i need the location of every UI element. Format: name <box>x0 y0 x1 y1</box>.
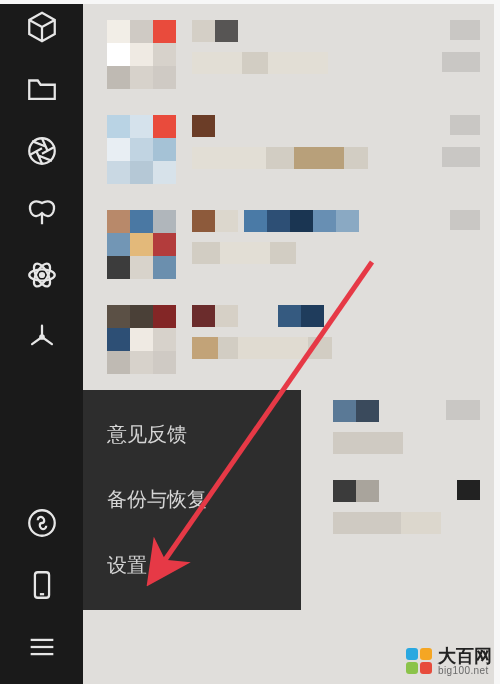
thumbnail-pixelated <box>107 115 176 184</box>
thumbnail-pixelated <box>107 20 176 89</box>
menu-item-feedback[interactable]: 意见反馈 <box>107 413 277 456</box>
watermark: 大百网 big100.net <box>406 647 492 676</box>
text-pixelated <box>192 20 328 74</box>
svg-point-4 <box>40 273 44 277</box>
watermark-logo-icon <box>406 648 432 674</box>
meta-pixelated <box>442 20 480 72</box>
sidebar <box>0 0 83 684</box>
menu-icon[interactable] <box>25 630 59 664</box>
meta-pixelated <box>450 210 480 230</box>
butterfly-icon[interactable] <box>25 196 59 230</box>
svg-point-5 <box>40 335 43 338</box>
sidebar-bottom <box>25 506 59 664</box>
menu-item-backup[interactable]: 备份与恢复 <box>107 478 277 521</box>
list-item[interactable] <box>107 305 480 374</box>
meta-pixelated <box>446 400 480 420</box>
list-item[interactable] <box>107 20 480 89</box>
cube-icon[interactable] <box>25 10 59 44</box>
menu-item-settings[interactable]: 设置 <box>107 544 277 587</box>
thumbnail-pixelated <box>107 305 176 374</box>
watermark-brand: 大百网 <box>438 647 492 666</box>
list-item[interactable] <box>107 115 480 184</box>
sidebar-top <box>25 10 59 354</box>
list-item[interactable] <box>107 210 480 279</box>
meta-pixelated <box>457 480 480 500</box>
atom-icon[interactable] <box>25 258 59 292</box>
miniprogram-icon[interactable] <box>25 506 59 540</box>
list-item[interactable] <box>333 400 480 454</box>
text-pixelated <box>333 480 441 534</box>
text-pixelated <box>192 115 368 169</box>
aperture-icon[interactable] <box>25 134 59 168</box>
meta-pixelated <box>442 115 480 167</box>
spark-icon[interactable] <box>25 320 59 354</box>
list-item[interactable] <box>333 480 480 534</box>
text-pixelated <box>192 305 332 359</box>
text-pixelated <box>333 400 403 454</box>
watermark-domain: big100.net <box>438 666 492 677</box>
settings-popup: 意见反馈 备份与恢复 设置 <box>83 390 301 610</box>
phone-icon[interactable] <box>25 568 59 602</box>
text-pixelated <box>192 210 359 264</box>
thumbnail-pixelated <box>107 210 176 279</box>
folder-icon[interactable] <box>25 72 59 106</box>
